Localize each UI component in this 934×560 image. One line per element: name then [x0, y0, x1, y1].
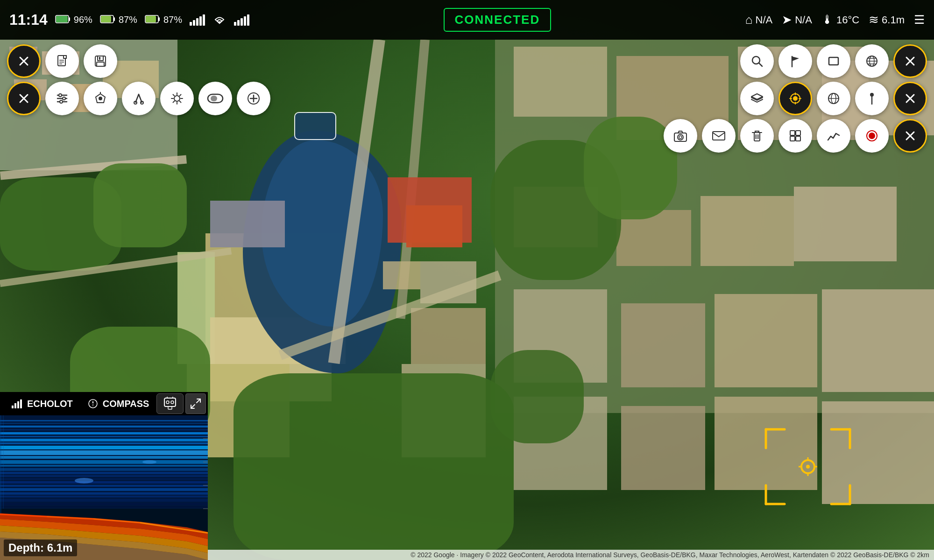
svg-rect-50	[829, 57, 838, 65]
record-area-button[interactable]	[198, 82, 232, 115]
x-icon-right-2	[904, 92, 917, 105]
svg-rect-110	[0, 436, 208, 437]
svg-point-26	[63, 97, 65, 100]
wifi-group	[212, 14, 226, 26]
new-document-button[interactable]	[45, 44, 79, 78]
settings-icon	[55, 91, 69, 105]
chart-button[interactable]	[817, 119, 850, 153]
flag-icon	[789, 55, 802, 68]
close-button-right-2[interactable]	[893, 82, 927, 115]
record-icon	[865, 129, 878, 142]
status-right: ⌂ N/A ➤ N/A 🌡 16°C ≋ 6.1m ☰	[745, 13, 925, 27]
add-waypoint-button[interactable]	[237, 82, 270, 115]
location-status: ➤ N/A	[782, 13, 812, 27]
globe-button-1[interactable]	[855, 44, 889, 78]
envelope-button[interactable]	[702, 119, 736, 153]
svg-line-39	[180, 101, 181, 103]
svg-rect-8	[146, 16, 156, 22]
echolot-tab[interactable]: ECHOLOT	[4, 397, 80, 411]
document-icon	[55, 54, 69, 68]
rectangle-button[interactable]	[817, 44, 850, 78]
svg-point-58	[793, 96, 798, 101]
settings-button[interactable]	[45, 82, 79, 115]
brightness-button[interactable]	[160, 82, 194, 115]
layers-button[interactable]	[740, 82, 774, 115]
svg-rect-116	[0, 460, 208, 464]
svg-rect-129	[0, 506, 208, 508]
camera-button[interactable]	[664, 119, 697, 153]
record-button[interactable]	[855, 119, 889, 153]
svg-point-29	[99, 97, 102, 100]
compass-tab[interactable]: COMPASS	[80, 397, 157, 411]
svg-rect-118	[0, 468, 208, 471]
waypoint-button[interactable]	[84, 82, 117, 115]
delete-button[interactable]	[740, 119, 774, 153]
save-button[interactable]	[84, 44, 117, 78]
route-icon	[132, 91, 146, 105]
svg-line-48	[759, 63, 762, 66]
camera-icon	[673, 129, 687, 142]
battery-group-1: 96%	[55, 14, 92, 26]
menu-button[interactable]: ☰	[914, 13, 925, 27]
battery-icon-2	[100, 14, 115, 26]
right-toolbar-row-3	[664, 119, 927, 153]
svg-rect-12	[64, 56, 66, 58]
area-icon	[207, 93, 224, 104]
svg-point-141	[142, 460, 156, 464]
hamburger-icon: ☰	[914, 13, 925, 27]
right-toolbar	[657, 40, 934, 157]
svg-rect-90	[17, 401, 19, 408]
route-button[interactable]	[122, 82, 156, 115]
svg-rect-1	[69, 17, 70, 21]
expand-button[interactable]	[185, 393, 206, 414]
map-globe-icon	[827, 92, 840, 105]
svg-point-72	[678, 134, 683, 140]
svg-rect-80	[790, 131, 795, 135]
close-button-right-3[interactable]	[893, 119, 927, 153]
svg-rect-143	[3, 415, 4, 509]
battery-icon-3	[145, 14, 160, 26]
svg-rect-122	[0, 481, 208, 483]
flag-button[interactable]	[778, 44, 812, 78]
search-button[interactable]	[740, 44, 774, 78]
svg-rect-2	[56, 16, 68, 22]
flag-pin-button[interactable]	[855, 82, 889, 115]
locate-button[interactable]	[778, 82, 812, 115]
svg-rect-74	[713, 132, 725, 140]
map-type-button[interactable]	[817, 82, 850, 115]
svg-rect-107	[0, 426, 208, 427]
close-button-1[interactable]	[7, 44, 41, 78]
robot-view-button[interactable]	[156, 393, 184, 414]
grid-button[interactable]	[778, 119, 812, 153]
location-value: N/A	[795, 14, 812, 26]
svg-rect-121	[0, 478, 208, 480]
right-toolbar-row-2	[740, 82, 927, 115]
svg-marker-93	[92, 400, 94, 404]
battery-value-3: 87%	[163, 14, 182, 25]
svg-rect-19	[97, 62, 104, 66]
svg-marker-94	[92, 404, 94, 407]
battery-group-3: 87%	[145, 14, 182, 26]
svg-point-157	[806, 465, 810, 469]
x-icon-right-1	[904, 55, 917, 68]
close-button-right-1[interactable]	[893, 44, 927, 78]
wifi-icon	[212, 14, 226, 26]
svg-point-97	[171, 401, 174, 404]
trash-icon	[750, 129, 764, 143]
signal-bars-2	[234, 14, 249, 26]
svg-line-102	[191, 405, 195, 408]
close-button-2[interactable]	[7, 82, 41, 115]
layers-icon	[750, 91, 764, 105]
svg-point-73	[679, 136, 682, 139]
add-icon	[247, 91, 261, 105]
locate-icon	[789, 92, 802, 105]
svg-rect-112	[0, 442, 208, 444]
svg-rect-4	[113, 17, 115, 21]
svg-point-68	[870, 93, 874, 97]
battery-value-2: 87%	[119, 14, 137, 25]
waypoint-icon	[93, 91, 107, 105]
right-toolbar-row-1	[740, 44, 927, 78]
pin-flag-icon	[865, 92, 878, 105]
svg-rect-117	[0, 465, 208, 467]
svg-line-101	[197, 399, 200, 403]
